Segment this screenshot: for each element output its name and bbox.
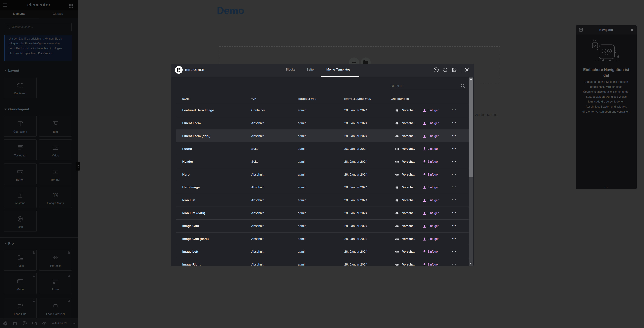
svg-text:g: g bbox=[54, 194, 55, 196]
